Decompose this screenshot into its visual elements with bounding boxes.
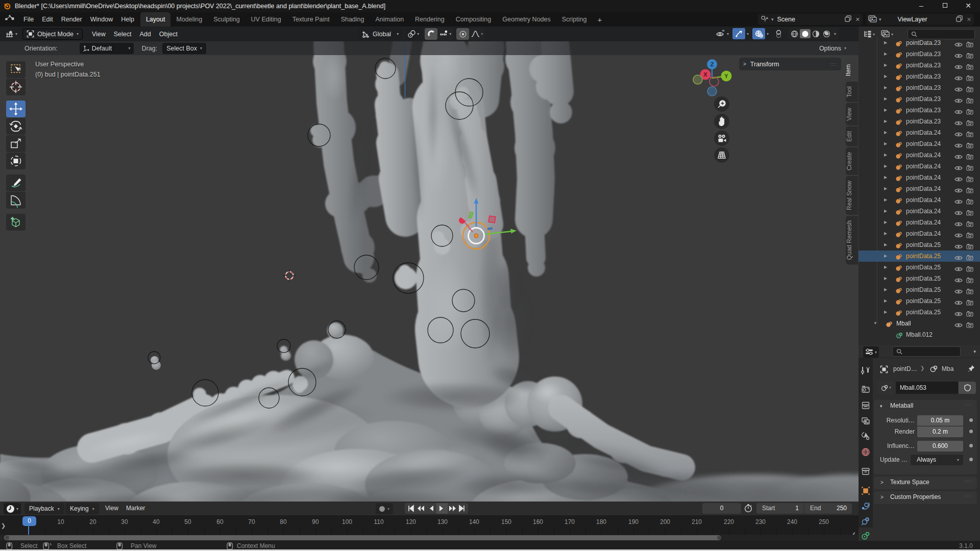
- svg-text:Z: Z: [710, 61, 714, 67]
- svg-text:X: X: [703, 71, 707, 78]
- svg-text:Y: Y: [724, 73, 728, 79]
